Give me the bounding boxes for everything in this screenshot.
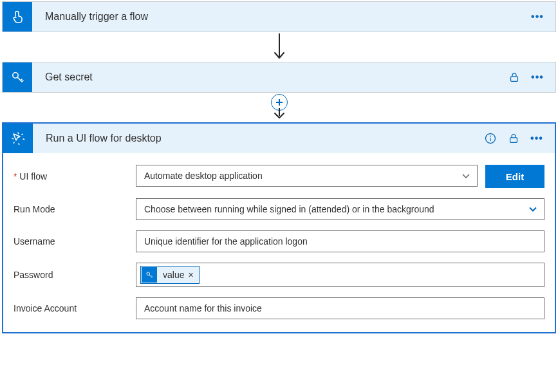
field-invoice-account: Invoice Account [14, 297, 544, 319]
more-button[interactable]: ••• [528, 8, 546, 26]
step-title: Manually trigger a flow [32, 11, 528, 23]
connector [2, 32, 556, 62]
invoice-account-input[interactable] [136, 297, 544, 319]
field-label: Password [14, 270, 136, 280]
step-title: Run a UI flow for desktop [33, 133, 481, 144]
more-icon: ••• [531, 71, 544, 83]
step-get-secret[interactable]: Get secret ••• [2, 62, 556, 93]
info-button[interactable] [481, 129, 499, 147]
svg-point-8 [490, 136, 491, 136]
more-icon: ••• [531, 11, 544, 23]
field-password: Password value × [14, 263, 544, 287]
keyvault-icon [142, 267, 157, 283]
field-label: Invoice Account [14, 303, 136, 313]
step-trigger[interactable]: Manually trigger a flow ••• [2, 1, 556, 32]
secure-button[interactable] [505, 68, 523, 86]
field-runmode: Run Mode Choose between running while si… [14, 198, 544, 220]
uiflow-value: Automate desktop application [144, 171, 263, 181]
field-label: Username [14, 236, 136, 247]
edit-button[interactable]: Edit [485, 165, 544, 188]
more-button[interactable]: ••• [528, 129, 546, 147]
connector-add [2, 93, 556, 122]
field-label: Run Mode [14, 204, 136, 214]
field-username: Username [14, 230, 544, 252]
step-header[interactable]: Run a UI flow for desktop ••• [3, 124, 555, 153]
info-icon [484, 132, 497, 145]
more-button[interactable]: ••• [528, 68, 546, 86]
token-remove[interactable]: × [188, 270, 198, 280]
chevron-down-icon [528, 205, 537, 214]
password-token[interactable]: value × [140, 266, 200, 284]
lock-icon [507, 132, 520, 145]
field-uiflow: UI flow Automate desktop application Edi… [14, 165, 544, 188]
arrow-down-icon [270, 108, 288, 120]
step-run-ui-flow: Run a UI flow for desktop ••• UI flow Au… [2, 122, 556, 333]
step-title: Get secret [32, 71, 505, 83]
uiflow-icon [3, 124, 33, 153]
uiflow-select[interactable]: Automate desktop application [136, 165, 478, 187]
plus-icon [275, 98, 283, 106]
svg-rect-2 [511, 77, 518, 82]
keyvault-icon [3, 62, 32, 92]
runmode-placeholder: Choose between running while signed in (… [144, 204, 434, 214]
chevron-down-icon [461, 171, 470, 180]
password-input[interactable]: value × [136, 263, 544, 287]
username-input[interactable] [136, 230, 544, 252]
arrow-down-icon [270, 32, 288, 62]
lock-icon [508, 71, 521, 84]
step-body: UI flow Automate desktop application Edi… [3, 153, 555, 332]
more-icon: ••• [530, 133, 543, 144]
field-label: UI flow [14, 171, 136, 182]
touch-icon [3, 2, 32, 32]
token-label: value [158, 270, 188, 280]
secure-button[interactable] [505, 129, 523, 147]
runmode-select[interactable]: Choose between running while signed in (… [136, 198, 544, 220]
svg-rect-9 [510, 138, 517, 143]
